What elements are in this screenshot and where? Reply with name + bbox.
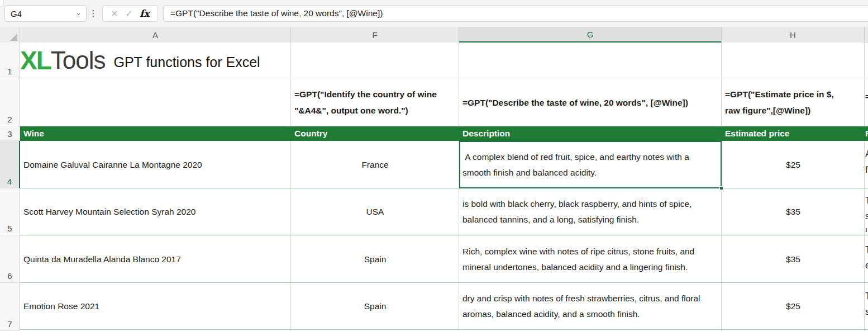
cell-i5-clipped: T s l (865, 193, 868, 232)
formula-text: =GPT("Describe the taste of wine, 20 wor… (170, 8, 383, 18)
cell-h2-formula[interactable]: =GPT("Estimate price in $, raw figure",[… (722, 78, 865, 126)
cell-i6-clipped: T e (865, 242, 868, 281)
column-header-g[interactable]: G (459, 27, 722, 42)
cell-price-row5[interactable]: $35 (722, 188, 865, 235)
cell-description-row5[interactable]: is bold with black cherry, black raspber… (459, 188, 722, 235)
select-all-button[interactable] (0, 27, 20, 42)
cell-a1-logo[interactable]: XLTools GPT functions for Excel (20, 42, 291, 78)
row-separator (20, 329, 868, 330)
row-header-5[interactable]: 5 (0, 188, 20, 235)
cell-wine-row7[interactable]: Emotion Rose 2021 (20, 283, 291, 329)
table-header-description[interactable]: Description (459, 126, 722, 141)
cell-country-row6[interactable]: Spain (291, 235, 459, 283)
cell-price-row6[interactable]: $35 (722, 235, 865, 283)
row-header-2[interactable]: 2 (0, 78, 20, 126)
row-header-3[interactable]: 3 (0, 126, 20, 141)
cell-wine-row4[interactable]: Domaine Galuval Cairanne La Montagne 202… (20, 141, 291, 188)
cell-country-row7[interactable]: Spain (291, 283, 459, 329)
cell-description-row4-selected[interactable]: A complex blend of red fruit, spice, and… (459, 141, 722, 188)
cell-i7-clipped: T s (865, 289, 868, 327)
table-header-clipped: F (865, 126, 868, 141)
cancel-icon[interactable]: ✕ (111, 8, 118, 19)
table-header-wine[interactable]: Wine (20, 126, 291, 141)
cell-f2-formula[interactable]: =GPT("Identify the country of wine "&A4&… (291, 78, 459, 126)
table-header-country[interactable]: Country (291, 126, 459, 141)
enter-icon[interactable]: ✓ (125, 8, 132, 19)
toolbar-sliver (0, 0, 4, 7)
logo-tools: Tools (51, 48, 106, 73)
excel-spreadsheet: G4 ⌄ ⋮ ✕ ✓ fx =GPT("Describe the taste o… (0, 0, 868, 331)
cell-country-row5[interactable]: USA (291, 188, 459, 235)
select-all-triangle-icon (10, 34, 17, 41)
row-header-6[interactable]: 6 (0, 235, 20, 283)
cell-g2-formula[interactable]: =GPT("Describe the taste of wine, 20 wor… (459, 78, 722, 126)
toolbar-menu-icon[interactable]: ⋮ (89, 5, 97, 22)
column-header-h[interactable]: H (722, 27, 865, 42)
chevron-down-icon[interactable]: ⌄ (75, 8, 82, 17)
cell-wine-row6[interactable]: Quinta da Muradella Alanda Blanco 2017 (20, 235, 291, 283)
row-header-7[interactable]: 7 (0, 283, 20, 331)
row-header-1[interactable]: 1 (0, 42, 20, 78)
cell-wine-row5[interactable]: Scott Harvey Mountain Selection Syrah 20… (20, 188, 291, 235)
name-box-value: G4 (11, 9, 22, 18)
logo-xl: XL (20, 48, 51, 73)
column-header-f[interactable]: F (291, 27, 459, 42)
table-header-price[interactable]: Estimated price (722, 126, 865, 141)
column-header-a[interactable]: A (20, 27, 291, 42)
row-header-4[interactable]: 4 (0, 141, 20, 188)
cell-country-row4[interactable]: France (291, 141, 459, 188)
cell-i4-clipped: A f (865, 146, 868, 185)
name-box[interactable]: G4 ⌄ (4, 5, 87, 22)
formula-toolbar: G4 ⌄ ⋮ ✕ ✓ fx =GPT("Describe the taste o… (0, 0, 868, 27)
cell-description-row7[interactable]: dry and crisp with notes of fresh strawb… (459, 283, 722, 329)
cell-i2-clipped[interactable]: = (865, 88, 868, 122)
cell-description-row6[interactable]: Rich, complex wine with notes of ripe ci… (459, 235, 722, 283)
formula-controls: ✕ ✓ fx (102, 5, 158, 22)
logo-subtitle: GPT functions for Excel (114, 54, 260, 70)
formula-bar[interactable]: =GPT("Describe the taste of wine, 20 wor… (163, 5, 868, 22)
cell-price-row7[interactable]: $25 (722, 283, 865, 329)
insert-function-icon[interactable]: fx (140, 8, 149, 19)
cell-price-row4[interactable]: $25 (722, 141, 865, 188)
